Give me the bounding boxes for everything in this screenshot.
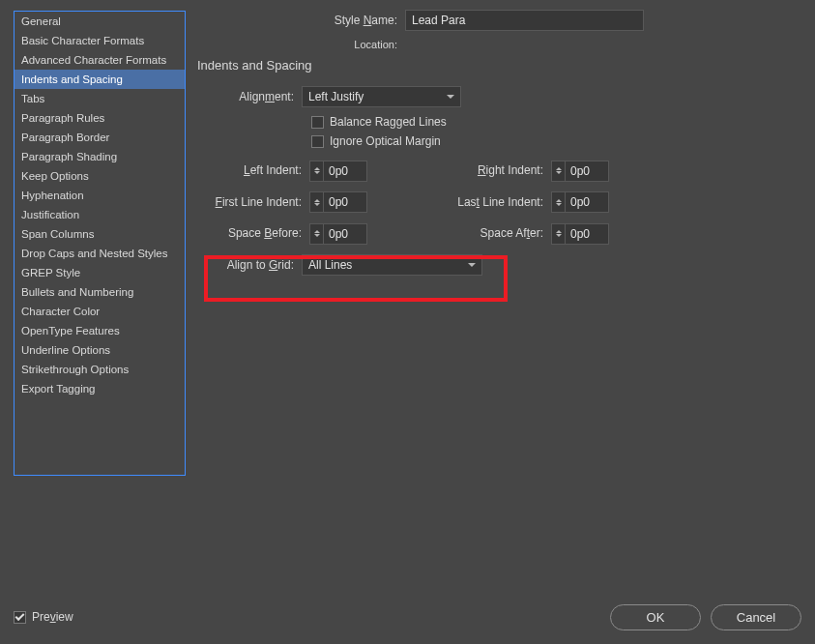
last-line-indent-label: Last Line Indent:: [425, 195, 551, 209]
sidebar-item-grep-style[interactable]: GREP Style: [15, 263, 185, 282]
balance-ragged-label: Balance Ragged Lines: [330, 115, 447, 129]
sidebar-item-indents-and-spacing[interactable]: Indents and Spacing: [15, 70, 185, 89]
sidebar-item-drop-caps[interactable]: Drop Caps and Nested Styles: [15, 244, 185, 263]
stepper-arrows-icon[interactable]: [552, 224, 566, 244]
alignment-dropdown[interactable]: Left Justify: [302, 86, 461, 107]
sidebar-item-hyphenation[interactable]: Hyphenation: [15, 186, 185, 205]
sidebar-item-export-tagging[interactable]: Export Tagging: [15, 379, 185, 398]
sidebar-item-bullets-numbering[interactable]: Bullets and Numbering: [15, 282, 185, 302]
main-panel: Style Name: Location: Indents and Spacin…: [193, 10, 801, 283]
align-to-grid-label: Align to Grid:: [193, 258, 302, 272]
sidebar-item-character-color[interactable]: Character Color: [15, 302, 185, 321]
dialog-footer: Preview OK Cancel: [0, 590, 815, 644]
sidebar-item-justification[interactable]: Justification: [15, 205, 185, 224]
ok-button[interactable]: OK: [610, 604, 701, 630]
chevron-down-icon: [447, 95, 454, 99]
sidebar-item-paragraph-shading[interactable]: Paragraph Shading: [15, 147, 185, 166]
sidebar-item-keep-options[interactable]: Keep Options: [15, 166, 185, 186]
sidebar-item-advanced-character-formats[interactable]: Advanced Character Formats: [15, 50, 185, 70]
sidebar-item-underline-options[interactable]: Underline Options: [15, 340, 185, 360]
stepper-arrows-icon[interactable]: [552, 192, 566, 212]
sidebar-item-opentype-features[interactable]: OpenType Features: [15, 321, 185, 340]
sidebar-item-general[interactable]: General: [15, 12, 185, 31]
right-indent-input[interactable]: [551, 161, 609, 182]
space-before-label: Space Before:: [193, 226, 309, 240]
first-line-indent-label: First Line Indent:: [193, 195, 309, 209]
sidebar-item-tabs[interactable]: Tabs: [15, 89, 185, 108]
preview-label: Preview: [32, 610, 73, 624]
sidebar-item-strikethrough-options[interactable]: Strikethrough Options: [15, 360, 185, 379]
panel-title: Indents and Spacing: [197, 58, 801, 73]
space-after-label: Space After:: [425, 226, 551, 240]
alignment-label: Alignment:: [193, 90, 302, 103]
stepper-arrows-icon[interactable]: [310, 192, 324, 212]
category-sidebar: General Basic Character Formats Advanced…: [14, 11, 186, 476]
cancel-button[interactable]: Cancel: [711, 604, 801, 630]
ignore-optical-checkbox[interactable]: [311, 135, 324, 148]
stepper-arrows-icon[interactable]: [310, 161, 324, 181]
stepper-arrows-icon[interactable]: [310, 224, 324, 244]
left-indent-label: Left Indent:: [193, 163, 309, 177]
style-name-label: Style Name:: [193, 14, 405, 27]
space-after-input[interactable]: [551, 223, 609, 245]
preview-checkbox[interactable]: [14, 611, 26, 624]
first-line-indent-input[interactable]: [309, 191, 367, 213]
stepper-arrows-icon[interactable]: [552, 161, 566, 181]
balance-ragged-checkbox[interactable]: [311, 116, 324, 129]
left-indent-input[interactable]: [309, 161, 367, 182]
sidebar-item-span-columns[interactable]: Span Columns: [15, 224, 185, 244]
sidebar-item-basic-character-formats[interactable]: Basic Character Formats: [15, 31, 185, 50]
style-name-input[interactable]: [405, 10, 644, 31]
location-label: Location:: [193, 39, 405, 50]
ignore-optical-label: Ignore Optical Margin: [330, 134, 441, 148]
sidebar-item-paragraph-rules[interactable]: Paragraph Rules: [15, 108, 185, 128]
align-to-grid-dropdown[interactable]: All Lines: [302, 254, 482, 276]
chevron-down-icon: [468, 263, 476, 267]
right-indent-label: Right Indent:: [425, 163, 551, 177]
last-line-indent-input[interactable]: [551, 191, 609, 213]
space-before-input[interactable]: [309, 223, 367, 245]
sidebar-item-paragraph-border[interactable]: Paragraph Border: [15, 128, 185, 147]
